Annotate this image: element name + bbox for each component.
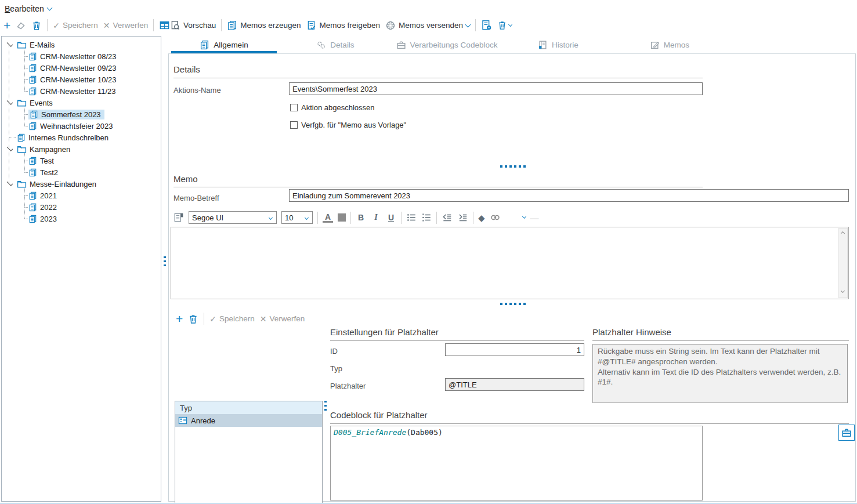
tree-item-label: 2021 bbox=[40, 191, 57, 200]
tab-memos[interactable]: Memos bbox=[614, 36, 725, 53]
hint-line: Rückgabe muss ein String sein. Im Text k… bbox=[598, 346, 842, 367]
menu-bearbeiten[interactable]: Bearbeiten bbox=[5, 4, 52, 13]
tab-label: Memos bbox=[664, 41, 689, 49]
chevron-down-icon[interactable] bbox=[522, 215, 526, 219]
tree-item-memo[interactable]: CRM-Newsletter 08/23 bbox=[2, 50, 161, 62]
code-arguments: (Dab005) bbox=[406, 428, 443, 437]
tree-item-memo[interactable]: Weihnachtsfeier 2023 bbox=[2, 120, 161, 132]
tab-verarbeitungs-codeblock[interactable]: Verarbeitungs Codeblock bbox=[391, 36, 502, 53]
save-placeholder-button[interactable]: ✓ Speichern bbox=[209, 314, 255, 323]
indent-button[interactable] bbox=[457, 212, 468, 223]
tab-details[interactable]: Details bbox=[280, 36, 391, 53]
symbol-button[interactable]: ◆ bbox=[478, 213, 485, 222]
tree-item-memo[interactable]: Internes Rundschreiben bbox=[2, 132, 161, 143]
tree-item-folder[interactable]: Messe-Einladungen bbox=[2, 178, 161, 190]
section-rule bbox=[173, 187, 703, 187]
memo-icon bbox=[28, 215, 37, 223]
checkbox-icon[interactable] bbox=[290, 121, 298, 129]
insert-field-icon[interactable] bbox=[173, 212, 184, 223]
tree-item-memo[interactable]: CRM-Newsletter 11/23 bbox=[2, 85, 161, 97]
id-input[interactable] bbox=[445, 343, 584, 356]
delete-button[interactable] bbox=[31, 20, 42, 31]
tree-item-memo[interactable]: Test2 bbox=[2, 166, 161, 178]
memo-betreff-input[interactable] bbox=[289, 189, 849, 202]
bullet-list-button[interactable] bbox=[406, 212, 417, 223]
memo-body-editor[interactable] bbox=[171, 227, 849, 299]
scroll-up-icon[interactable] bbox=[841, 231, 845, 235]
chevron-down-icon bbox=[508, 22, 512, 26]
vertical-splitter-handle[interactable] bbox=[324, 401, 327, 411]
tree-item-memo[interactable]: CRM-Newsletter 09/23 bbox=[2, 62, 161, 74]
tree-item-label: CRM-Newsletter 08/23 bbox=[40, 52, 117, 61]
toolbar-divider bbox=[221, 19, 222, 31]
vertical-scrollbar[interactable] bbox=[838, 228, 848, 298]
eraser-icon[interactable] bbox=[16, 20, 26, 31]
memo-icon bbox=[28, 157, 37, 165]
tree-item-folder[interactable]: E-Mails bbox=[2, 39, 161, 50]
tree-item-memo[interactable]: CRM-Newsletter 10/23 bbox=[2, 74, 161, 85]
horizontal-splitter-handle[interactable] bbox=[500, 303, 526, 305]
tree-item-memo[interactable]: 2021 bbox=[2, 190, 161, 201]
add-placeholder-button[interactable]: + bbox=[176, 314, 183, 324]
tree-item-memo-selected[interactable]: Sommerfest 2023 bbox=[2, 108, 161, 120]
placeholder-toolbar: + ✓ Speichern ✕ Verwerfen bbox=[176, 313, 305, 325]
release-memos-button[interactable]: Memos freigeben bbox=[306, 20, 380, 31]
underline-button[interactable]: U bbox=[386, 213, 396, 222]
save-button[interactable]: ✓ Speichern bbox=[53, 21, 98, 30]
vertical-splitter-handle[interactable] bbox=[164, 256, 166, 267]
send-memos-button[interactable]: Memos versenden bbox=[385, 20, 470, 31]
chevron-down-icon bbox=[465, 21, 471, 27]
horizontal-splitter-handle[interactable] bbox=[500, 165, 526, 168]
scroll-down-icon[interactable] bbox=[841, 289, 845, 293]
expander-icon[interactable] bbox=[7, 145, 13, 151]
checkbox-memo-aus-vorlage[interactable]: Verfgb. für "Memo aus Vorlage" bbox=[290, 121, 406, 129]
add-button[interactable]: + bbox=[3, 20, 10, 31]
font-family-select[interactable]: Segoe UI bbox=[189, 211, 277, 224]
checkbox-icon[interactable] bbox=[290, 104, 298, 111]
collapse-button[interactable]: — bbox=[530, 213, 539, 222]
bold-button[interactable]: B bbox=[356, 213, 366, 222]
tree-item-memo[interactable]: 2023 bbox=[2, 213, 161, 224]
briefcase-icon bbox=[396, 40, 406, 50]
memo-stack-icon bbox=[200, 40, 209, 50]
delete-placeholder-button[interactable] bbox=[188, 314, 198, 324]
discard-placeholder-button[interactable]: ✕ Verwerfen bbox=[260, 314, 305, 323]
hyperlink-button[interactable] bbox=[490, 212, 501, 223]
section-rule bbox=[330, 340, 584, 341]
details-section-title: Details bbox=[173, 64, 200, 74]
tab-historie[interactable]: Historie bbox=[502, 36, 614, 53]
main-toolbar: + ✓ Speichern ✕ Verwerfen bbox=[3, 19, 170, 31]
tree-item-folder[interactable]: Kampagnen bbox=[2, 143, 161, 155]
tree-item-folder[interactable]: Events bbox=[2, 97, 161, 108]
tree-item-label: CRM-Newsletter 09/23 bbox=[40, 64, 117, 72]
create-memos-button[interactable]: Memos erzeugen bbox=[227, 20, 301, 31]
outdent-button[interactable] bbox=[442, 212, 453, 223]
codeblock-editor[interactable]: D005_BriefAnrede(Dab005) bbox=[330, 426, 703, 501]
preview-button[interactable]: Vorschau bbox=[170, 20, 216, 31]
list-column-header[interactable]: Typ bbox=[175, 401, 322, 414]
list-row-anrede[interactable]: Anrede bbox=[175, 414, 322, 427]
font-family-value: Segoe UI bbox=[192, 213, 223, 222]
expander-icon[interactable] bbox=[7, 99, 13, 105]
discard-button[interactable]: ✕ Verwerfen bbox=[103, 21, 149, 30]
checkbox-aktion-abgeschlossen[interactable]: Aktion abgeschlossen bbox=[290, 103, 374, 112]
memo-stack-icon bbox=[227, 20, 237, 31]
expander-icon[interactable] bbox=[7, 41, 13, 47]
memo-settings-button[interactable] bbox=[481, 20, 492, 31]
numbered-list-button[interactable] bbox=[421, 212, 432, 223]
folder-icon bbox=[17, 99, 27, 107]
datasource-button[interactable] bbox=[159, 20, 170, 31]
tree-item-memo[interactable]: 2022 bbox=[2, 201, 161, 213]
codeblock-tools-button[interactable] bbox=[838, 425, 855, 441]
action-name-input[interactable] bbox=[289, 82, 703, 95]
highlight-color-button[interactable] bbox=[338, 213, 346, 222]
delete-dropdown-button[interactable] bbox=[497, 20, 512, 30]
expander-icon[interactable] bbox=[7, 180, 13, 186]
hint-line: Alternativ kann im Text die ID des Platz… bbox=[598, 367, 842, 388]
italic-button[interactable]: I bbox=[371, 213, 381, 222]
tree-item-label: E-Mails bbox=[30, 41, 55, 49]
tree-item-memo[interactable]: Test bbox=[2, 155, 161, 166]
font-size-select[interactable]: 10 bbox=[281, 211, 313, 224]
memo-check-icon bbox=[306, 20, 317, 31]
font-color-button[interactable]: A bbox=[323, 213, 333, 223]
